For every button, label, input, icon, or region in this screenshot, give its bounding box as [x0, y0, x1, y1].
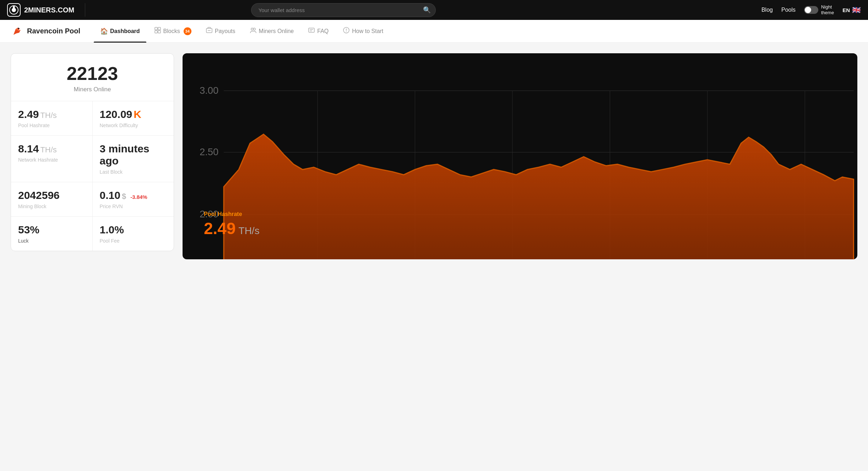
lang-label: EN — [842, 7, 850, 13]
nav-dashboard[interactable]: 🏠 Dashboard — [94, 20, 146, 43]
pools-link[interactable]: Pools — [781, 7, 796, 13]
nav-payouts[interactable]: Payouts — [199, 20, 242, 43]
search-bar[interactable]: 🔍 — [251, 3, 436, 17]
logo-text: 2MINERS.COM — [24, 6, 74, 14]
mining-block-cell: 2042596 Mining Block — [11, 182, 92, 216]
price-change-badge: -3.84% — [130, 194, 147, 200]
dashboard-icon: 🏠 — [100, 27, 108, 35]
nav-miners[interactable]: Miners Online — [243, 20, 300, 43]
faq-label: FAQ — [317, 28, 329, 34]
pool-fee-cell: 1.0% Pool Fee — [92, 217, 174, 251]
toggle-switch[interactable] — [804, 6, 818, 14]
svg-point-4 — [18, 28, 19, 29]
search-button[interactable]: 🔍 — [423, 6, 431, 14]
sub-nav-items: 🏠 Dashboard Blocks 34 — [94, 20, 390, 43]
last-block-label: Last Block — [100, 169, 167, 175]
mining-block-label: Mining Block — [18, 204, 85, 209]
nav-faq[interactable]: FAQ — [302, 20, 335, 43]
blocks-label: Blocks — [163, 28, 180, 34]
last-block-value: 3 minutes ago — [100, 143, 167, 167]
hashrate-chart: 3.00 2.50 2.00 1.50 1.00 0.50 0.00 — [183, 53, 857, 259]
payouts-label: Payouts — [215, 28, 235, 34]
svg-rect-7 — [155, 31, 157, 33]
luck-label: Luck — [18, 238, 85, 244]
network-hashrate-cell: 8.14 TH/s Network Hashrate — [11, 136, 92, 182]
chart-value: 2.49 TH/s — [204, 219, 260, 238]
chart-label: Pool Hashrate — [204, 211, 260, 217]
svg-rect-13 — [309, 28, 314, 32]
pool-brand: Ravencoin Pool — [11, 25, 80, 38]
blocks-badge: 34 — [184, 27, 191, 35]
main-content: 22123 Miners Online 2.49 TH/s Pool Hashr… — [0, 43, 868, 259]
miners-online-label: Miners Online — [259, 28, 294, 34]
svg-rect-8 — [158, 31, 161, 33]
payouts-icon — [206, 27, 213, 36]
nav-how-to-start[interactable]: How to Start — [336, 20, 390, 43]
chart-overlay: Pool Hashrate 2.49 TH/s — [204, 211, 260, 238]
pool-hashrate-value: 2.49 TH/s — [18, 108, 85, 120]
language-selector[interactable]: EN 🇬🇧 — [842, 6, 861, 14]
hashrate-difficulty-row: 2.49 TH/s Pool Hashrate 120.09 K Network… — [11, 101, 174, 136]
sub-nav: Ravencoin Pool 🏠 Dashboard Blocks 34 — [0, 20, 868, 43]
mining-block-value: 2042596 — [18, 189, 85, 201]
last-block-cell: 3 minutes ago Last Block — [92, 136, 174, 182]
blog-link[interactable]: Blog — [761, 7, 773, 13]
wallet-search-input[interactable] — [251, 3, 436, 17]
top-nav: 2MINERS.COM 🔍 Blog Pools Night theme EN … — [0, 0, 868, 20]
miners-label: Miners Online — [18, 86, 167, 93]
network-difficulty-cell: 120.09 K Network Difficulty — [92, 101, 174, 135]
logo-area: 2MINERS.COM — [7, 3, 85, 17]
stats-panel: 22123 Miners Online 2.49 TH/s Pool Hashr… — [11, 53, 174, 251]
miners-icon — [250, 27, 257, 36]
blocks-icon — [154, 27, 161, 36]
night-theme-label: Night theme — [821, 4, 834, 15]
how-to-start-icon — [343, 27, 350, 36]
luck-cell: 53% Luck — [11, 217, 92, 251]
svg-rect-6 — [158, 27, 161, 30]
svg-text:2.50: 2.50 — [200, 146, 218, 157]
chart-area: 3.00 2.50 2.00 1.50 1.00 0.50 0.00 Pool … — [183, 53, 857, 259]
miners-online-section: 22123 Miners Online — [11, 54, 174, 101]
faq-icon — [308, 27, 315, 36]
pool-fee-value: 1.0% — [100, 224, 167, 236]
night-theme-toggle[interactable]: Night theme — [804, 4, 834, 15]
dashboard-label: Dashboard — [110, 28, 140, 34]
svg-point-2 — [13, 6, 15, 8]
network-difficulty-value: 120.09 K — [100, 108, 167, 120]
svg-point-1 — [12, 8, 16, 12]
pool-hashrate-label: Pool Hashrate — [18, 123, 85, 128]
nav-blocks[interactable]: Blocks 34 — [148, 20, 198, 43]
luck-fee-row: 53% Luck 1.0% Pool Fee — [11, 217, 174, 251]
svg-text:3.00: 3.00 — [200, 85, 218, 96]
svg-point-11 — [251, 28, 253, 30]
price-label: Price RVN — [100, 204, 167, 209]
raven-icon — [11, 25, 23, 38]
miners-count: 22123 — [18, 64, 167, 84]
price-value: 0.10 $ -3.84% — [100, 189, 167, 201]
logo-icon — [7, 3, 21, 17]
network-hashrate-lastblock-row: 8.14 TH/s Network Hashrate 3 minutes ago… — [11, 136, 174, 182]
price-cell: 0.10 $ -3.84% Price RVN — [92, 182, 174, 216]
mining-block-price-row: 2042596 Mining Block 0.10 $ -3.84% Price… — [11, 182, 174, 217]
svg-rect-5 — [155, 27, 157, 30]
flag-icon: 🇬🇧 — [852, 6, 861, 14]
pool-name: Ravencoin Pool — [27, 27, 80, 35]
how-to-start-label: How to Start — [352, 28, 383, 34]
network-hashrate-value: 8.14 TH/s — [18, 143, 85, 155]
network-hashrate-label: Network Hashrate — [18, 157, 85, 163]
network-difficulty-label: Network Difficulty — [100, 123, 167, 128]
luck-value: 53% — [18, 224, 85, 236]
pool-fee-label: Pool Fee — [100, 238, 167, 244]
pool-hashrate-cell: 2.49 TH/s Pool Hashrate — [11, 101, 92, 135]
top-nav-right: Blog Pools Night theme EN 🇬🇧 — [761, 4, 861, 15]
svg-point-12 — [253, 28, 255, 30]
